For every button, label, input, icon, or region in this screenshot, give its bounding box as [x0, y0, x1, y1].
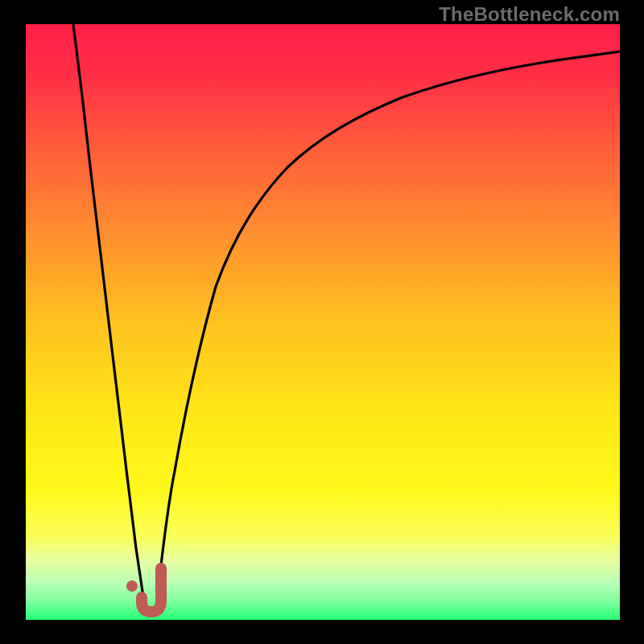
- bottleneck-curve-left: [73, 24, 145, 608]
- bottleneck-curve-right: [156, 52, 620, 608]
- curve-layer: [26, 24, 620, 620]
- chart-stage: TheBottleneck.com: [0, 0, 644, 644]
- watermark-text: TheBottleneck.com: [439, 3, 620, 26]
- plot-area: [26, 24, 620, 620]
